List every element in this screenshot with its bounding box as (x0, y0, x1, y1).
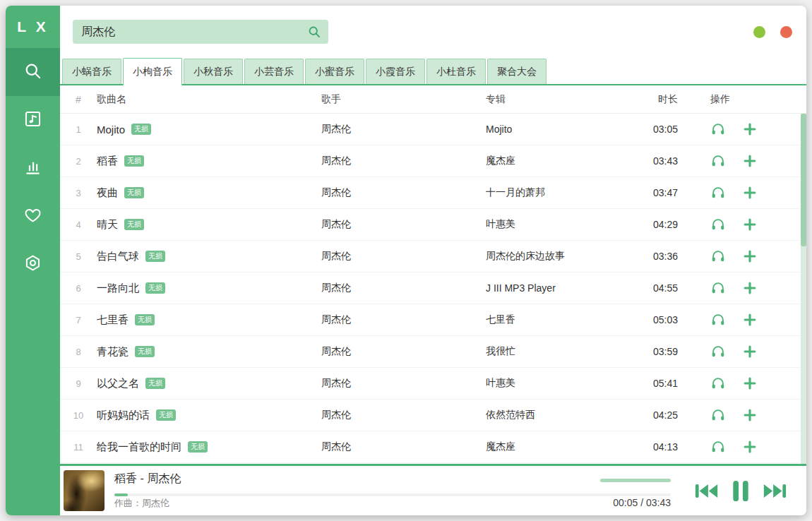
listen-icon[interactable] (710, 312, 726, 328)
row-actions (678, 344, 806, 359)
album-art[interactable] (64, 470, 105, 511)
header-index: # (60, 94, 97, 105)
source-tab[interactable]: 小枸音乐 (123, 58, 182, 85)
sidebar: L X (6, 6, 60, 515)
add-icon[interactable] (742, 248, 758, 264)
table-row[interactable]: 9 以父之名 无损 周杰伦 叶惠美 05:41 (60, 368, 806, 400)
song-name: 稻香 (97, 155, 118, 168)
tab-label: 小秋音乐 (193, 66, 233, 78)
song-artist: 周杰伦 (321, 250, 486, 263)
song-duration: 04:55 (614, 282, 678, 294)
row-actions (678, 376, 806, 391)
listen-icon[interactable] (710, 344, 726, 359)
minimize-button[interactable] (753, 26, 765, 38)
listen-icon[interactable] (710, 185, 726, 200)
add-icon[interactable] (742, 217, 758, 232)
listen-icon[interactable] (710, 217, 726, 232)
song-duration: 03:36 (614, 251, 678, 262)
listen-icon[interactable] (710, 280, 726, 296)
listen-icon[interactable] (710, 121, 726, 137)
listen-icon[interactable] (710, 248, 726, 264)
sidebar-item-favorites[interactable] (6, 192, 60, 240)
source-tab[interactable]: 聚合大会 (487, 59, 547, 84)
song-name: 告白气球 (97, 250, 139, 263)
song-artist: 周杰伦 (321, 186, 486, 199)
song-artist: 周杰伦 (321, 123, 486, 136)
song-name-cell: 给我一首歌的时间 无损 (97, 441, 321, 454)
song-album: 叶惠美 (486, 218, 614, 231)
song-album: 我很忙 (486, 345, 614, 358)
table-row[interactable]: 4 晴天 无损 周杰伦 叶惠美 04:29 (60, 209, 806, 241)
source-tab[interactable]: 小芸音乐 (244, 59, 304, 84)
sidebar-item-settings[interactable] (6, 240, 60, 288)
table-row[interactable]: 5 告白气球 无损 周杰伦 周杰伦的床边故事 03:36 (60, 241, 806, 273)
player-bottom-row: 作曲：周杰伦 00:05 / 03:43 (114, 497, 671, 510)
leaderboard-icon (23, 157, 42, 179)
add-icon[interactable] (742, 280, 758, 296)
row-actions (678, 248, 806, 264)
source-tab[interactable]: 小秋音乐 (184, 59, 243, 84)
song-table-body: 1 Mojito 无损 周杰伦 Mojito 03:05 2 稻香 无损 周杰伦… (60, 114, 806, 464)
scrollbar-track[interactable] (801, 114, 806, 464)
row-index: 2 (60, 156, 97, 167)
pause-button[interactable] (732, 479, 750, 503)
song-name: 晴天 (97, 218, 118, 232)
listen-icon[interactable] (710, 153, 726, 169)
song-name: 七里香 (97, 313, 129, 327)
scrollbar-thumb[interactable] (801, 114, 806, 246)
window-controls (753, 6, 792, 58)
search-input[interactable] (81, 25, 307, 38)
progress-bar[interactable] (114, 493, 671, 496)
player-controls (694, 479, 787, 503)
song-name-cell: Mojito 无损 (97, 124, 321, 136)
lossless-badge: 无损 (145, 378, 165, 389)
song-album: 七里香 (486, 313, 614, 326)
song-album: J III MP3 Player (486, 282, 614, 294)
source-tab[interactable]: 小杜音乐 (426, 59, 486, 84)
song-name-cell: 一路向北 无损 (97, 282, 321, 295)
search-submit-icon[interactable] (307, 25, 321, 39)
add-icon[interactable] (742, 312, 758, 328)
table-row[interactable]: 11 给我一首歌的时间 无损 周杰伦 魔杰座 04:13 (60, 431, 806, 463)
song-artist: 周杰伦 (321, 155, 486, 167)
previous-button[interactable] (694, 482, 720, 500)
row-actions (678, 121, 806, 137)
table-row[interactable]: 8 青花瓷 无损 周杰伦 我很忙 03:59 (60, 336, 806, 368)
song-name-cell: 以父之名 无损 (97, 377, 321, 390)
sidebar-item-my-music[interactable] (6, 96, 60, 144)
tab-label: 小蜜音乐 (315, 66, 354, 78)
close-button[interactable] (780, 26, 792, 38)
add-icon[interactable] (742, 344, 758, 359)
add-icon[interactable] (742, 185, 758, 200)
listen-icon[interactable] (710, 439, 726, 455)
song-duration: 03:05 (614, 124, 678, 135)
volume-slider[interactable] (600, 479, 671, 482)
table-row[interactable]: 1 Mojito 无损 周杰伦 Mojito 03:05 (60, 114, 806, 145)
add-icon[interactable] (742, 439, 758, 455)
source-tab[interactable]: 小蜜音乐 (305, 59, 364, 84)
sidebar-item-search[interactable] (6, 48, 60, 96)
table-row[interactable]: 10 听妈妈的话 无损 周杰伦 依然范特西 04:25 (60, 400, 806, 431)
source-tab[interactable]: 小霞音乐 (366, 59, 425, 84)
sidebar-item-leaderboard[interactable] (6, 144, 60, 192)
song-name: Mojito (97, 124, 125, 136)
table-row[interactable]: 6 一路向北 无损 周杰伦 J III MP3 Player 04:55 (60, 273, 806, 304)
lossless-badge: 无损 (124, 155, 144, 167)
song-name: 青花瓷 (97, 345, 129, 359)
lossless-badge: 无损 (145, 282, 165, 294)
listen-icon[interactable] (710, 407, 726, 423)
add-icon[interactable] (742, 153, 758, 169)
listen-icon[interactable] (710, 376, 726, 391)
table-row[interactable]: 3 夜曲 无损 周杰伦 十一月的萧邦 03:47 (60, 177, 806, 209)
add-icon[interactable] (742, 121, 758, 137)
row-index: 3 (60, 188, 97, 198)
source-tab[interactable]: 小蜗音乐 (62, 59, 121, 84)
row-actions (678, 153, 806, 169)
table-row[interactable]: 7 七里香 无损 周杰伦 七里香 05:03 (60, 304, 806, 336)
next-button[interactable] (762, 482, 787, 500)
add-icon[interactable] (742, 376, 758, 391)
playback-time: 00:05 / 03:43 (613, 497, 671, 508)
table-row[interactable]: 2 稻香 无损 周杰伦 魔杰座 03:43 (60, 145, 806, 177)
player-bar: 稻香 - 周杰伦 作曲：周杰伦 00:05 / 03:43 (60, 466, 806, 515)
add-icon[interactable] (742, 407, 758, 423)
